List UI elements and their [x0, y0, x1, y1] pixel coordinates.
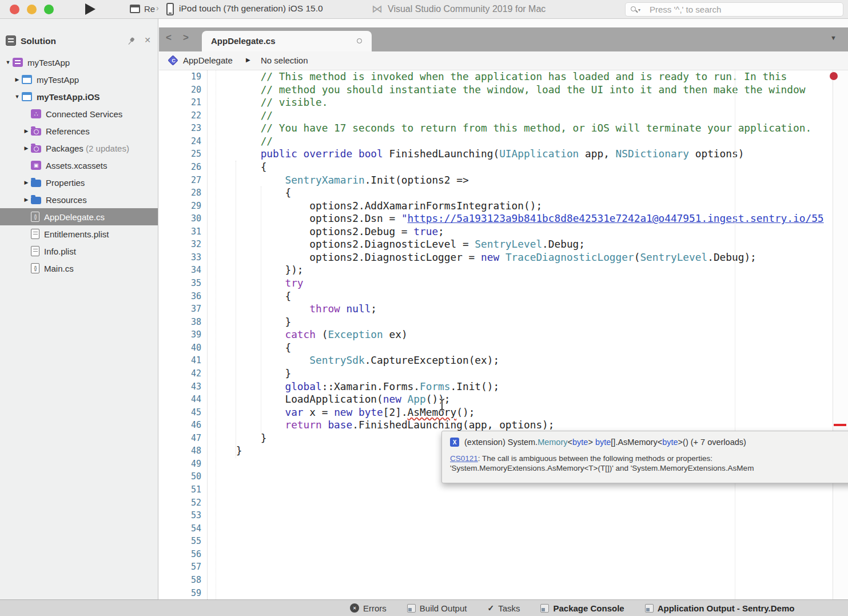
code-text[interactable]: // method you should instantiate the win… [212, 84, 805, 97]
breadcrumb-class[interactable]: AppDelegate [183, 55, 233, 65]
code-line-31[interactable]: 31 options2.Debug = true; [159, 225, 848, 239]
code-text[interactable]: // This method is invoked when the appli… [212, 70, 787, 84]
tree-item-references[interactable]: ▶References [0, 122, 158, 140]
code-text[interactable]: options2.Dsn = "https://5a193123a9b841bc… [212, 212, 824, 225]
code-text[interactable]: } [212, 444, 242, 458]
code-text[interactable]: options2.Debug = true; [212, 225, 444, 239]
code-line-26[interactable]: 26 { [159, 161, 848, 174]
code-text[interactable]: } [212, 316, 291, 329]
navigate-back-button[interactable]: < [166, 32, 172, 43]
error-scroll-marker[interactable] [834, 424, 846, 426]
code-line-30[interactable]: 30 options2.Dsn = "https://5a193123a9b84… [159, 212, 848, 225]
file-error-indicator-dot[interactable] [830, 72, 838, 80]
footer-tab-tasks[interactable]: ✓Tasks [487, 603, 520, 613]
code-line-29[interactable]: 29 options2.AddXamarinFormsIntegration()… [159, 200, 848, 213]
code-text[interactable]: var x = new byte[2].AsMemory(); [212, 406, 475, 419]
pin-icon[interactable] [125, 35, 137, 47]
expand-arrow-icon[interactable]: ▶ [22, 145, 31, 151]
tree-item-resources[interactable]: ▶Resources [0, 191, 158, 208]
code-text[interactable]: { [212, 341, 291, 355]
expand-arrow-icon[interactable]: ▶ [22, 180, 31, 185]
code-text[interactable]: LoadApplication(new App()); [212, 393, 451, 406]
breadcrumb-selection[interactable]: No selection [261, 55, 308, 65]
code-line-25[interactable]: 25 public override bool FinishedLaunchin… [159, 148, 848, 161]
code-line-36[interactable]: 36 { [159, 290, 848, 303]
code-line-32[interactable]: 32 options2.DiagnosticLevel = SentryLeve… [159, 238, 848, 251]
code-text[interactable]: options2.DiagnosticLevel = SentryLevel.D… [212, 238, 585, 251]
code-line-51[interactable]: 51 [159, 483, 848, 496]
code-line-53[interactable]: 53 [159, 509, 848, 522]
code-text[interactable]: // [212, 135, 273, 148]
code-line-54[interactable]: 54 [159, 522, 848, 535]
code-text[interactable]: { [212, 161, 266, 174]
footer-tab-errors[interactable]: ✕Errors [350, 603, 387, 613]
tab-modified-icon[interactable] [357, 38, 362, 43]
code-line-52[interactable]: 52 [159, 496, 848, 510]
code-line-40[interactable]: 40 { [159, 341, 848, 355]
code-text[interactable]: SentryXamarin.Init(options2 => [212, 174, 469, 187]
code-line-39[interactable]: 39 catch (Exception ex) [159, 328, 848, 341]
tree-item-info-plist[interactable]: Info.plist [0, 243, 158, 260]
run-button[interactable] [85, 3, 95, 15]
code-text[interactable]: options2.DiagnosticLogger = new TraceDia… [212, 251, 757, 264]
code-editor[interactable]: 19 // This method is invoked when the ap… [159, 70, 848, 599]
code-line-35[interactable]: 35 try [159, 277, 848, 290]
code-text[interactable]: { [212, 186, 291, 200]
code-line-20[interactable]: 20 // method you should instantiate the … [159, 84, 848, 97]
close-window-button[interactable] [10, 5, 19, 14]
code-line-21[interactable]: 21 // visible. [159, 96, 848, 109]
code-text[interactable]: } [212, 432, 266, 445]
run-configuration-selector[interactable]: Re [144, 4, 155, 14]
scroll-annotation-margin[interactable] [833, 70, 848, 599]
collapse-arrow-icon[interactable]: ▼ [3, 59, 13, 65]
code-text[interactable]: public override bool FinishedLaunching(U… [212, 148, 744, 161]
navigate-forward-button[interactable]: > [183, 32, 189, 43]
footer-tab-build-output[interactable]: Build Output [407, 603, 467, 613]
tree-item-mytestapp-ios[interactable]: ▼myTestApp.iOS [0, 88, 158, 105]
expand-arrow-icon[interactable]: ▶ [22, 128, 31, 134]
device-selector[interactable]: iPod touch (7th generation) iOS 15.0 [179, 3, 323, 14]
code-text[interactable]: return base.FinishedLaunching(app, optio… [212, 419, 555, 432]
code-line-55[interactable]: 55 [159, 535, 848, 548]
code-line-24[interactable]: 24 // [159, 135, 848, 148]
code-line-27[interactable]: 27 SentryXamarin.Init(options2 => [159, 174, 848, 187]
code-text[interactable]: try [212, 277, 304, 290]
code-line-19[interactable]: 19 // This method is invoked when the ap… [159, 70, 848, 84]
expand-arrow-icon[interactable]: ▶ [22, 197, 31, 202]
tree-item-appdelegate-cs[interactable]: {}AppDelegate.cs [0, 208, 158, 225]
code-line-43[interactable]: 43 global::Xamarin.Forms.Forms.Init(); [159, 380, 848, 394]
close-icon[interactable]: ✕ [144, 35, 151, 45]
code-line-42[interactable]: 42 } [159, 367, 848, 380]
code-text[interactable]: } [212, 367, 291, 380]
code-text[interactable]: { [212, 290, 291, 303]
tab-appdelegate[interactable]: AppDelegate.cs [202, 31, 372, 51]
code-text[interactable]: // You have 17 seconds to return from th… [212, 122, 811, 135]
code-text[interactable]: // [212, 109, 273, 122]
collapse-arrow-icon[interactable]: ▼ [13, 94, 22, 100]
code-line-58[interactable]: 58 [159, 574, 848, 587]
code-line-45[interactable]: 45 var x = new byte[2].AsMemory(); [159, 406, 848, 419]
code-text[interactable]: global::Xamarin.Forms.Forms.Init(); [212, 380, 499, 394]
code-line-41[interactable]: 41 SentrySdk.CaptureException(ex); [159, 354, 848, 367]
code-line-46[interactable]: 46 return base.FinishedLaunching(app, op… [159, 419, 848, 432]
footer-tab-application-output-sentry-demo[interactable]: Application Output - Sentry.Demo [645, 603, 795, 613]
zoom-window-button[interactable] [44, 5, 54, 14]
code-line-56[interactable]: 56 [159, 548, 848, 561]
code-text[interactable]: catch (Exception ex) [212, 328, 408, 341]
code-text[interactable]: throw null; [212, 303, 377, 316]
minimize-window-button[interactable] [27, 5, 37, 14]
error-code-link[interactable]: CS0121 [450, 454, 478, 463]
code-text[interactable]: }); [212, 264, 304, 277]
code-line-57[interactable]: 57 [159, 561, 848, 574]
code-line-38[interactable]: 38 } [159, 316, 848, 329]
tree-item-main-cs[interactable]: {}Main.cs [0, 260, 158, 277]
code-text[interactable]: SentrySdk.CaptureException(ex); [212, 354, 499, 367]
global-search-input[interactable] [650, 3, 838, 15]
code-line-59[interactable]: 59 [159, 587, 848, 600]
code-line-34[interactable]: 34 }); [159, 264, 848, 277]
tree-item-packages[interactable]: ▶Packages (2 updates) [0, 140, 158, 157]
code-line-37[interactable]: 37 throw null; [159, 303, 848, 316]
tree-item-properties[interactable]: ▶Properties [0, 174, 158, 191]
tree-item-mytestapp[interactable]: ▶myTestApp [0, 71, 158, 88]
tab-list-dropdown-icon[interactable]: ▼ [830, 34, 837, 41]
